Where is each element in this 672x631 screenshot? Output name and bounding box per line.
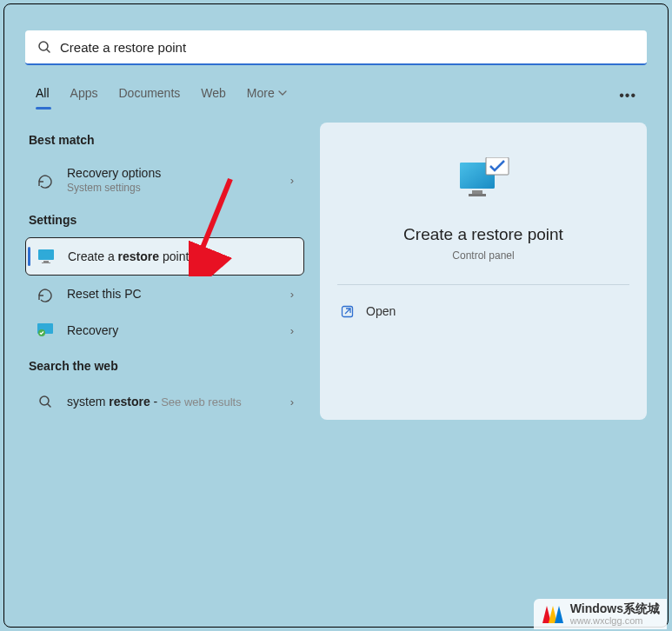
svg-rect-3 [43, 261, 49, 262]
svg-rect-4 [42, 262, 50, 263]
tab-web[interactable]: Web [201, 86, 226, 107]
result-title: system restore - See web results [67, 395, 290, 408]
search-window: All Apps Documents Web More ••• Best mat… [3, 3, 669, 628]
panel-subtitle: Control panel [452, 249, 514, 262]
result-recovery-options[interactable]: Recovery options System settings › [25, 157, 304, 203]
result-title: Create a restore point [68, 249, 293, 263]
open-icon [341, 305, 354, 318]
svg-rect-12 [469, 194, 486, 196]
watermark-url: www.wxclgg.com [570, 615, 660, 626]
result-title: Recovery options [67, 166, 290, 180]
chevron-right-icon: › [290, 174, 294, 187]
search-icon [37, 40, 51, 54]
monitor-icon [37, 247, 56, 266]
section-best-match: Best match [29, 133, 304, 147]
search-bar[interactable] [25, 30, 647, 65]
svg-rect-11 [472, 190, 482, 194]
result-text: Recovery options System settings [67, 166, 290, 194]
chevron-right-icon: › [290, 324, 294, 337]
more-options-button[interactable]: ••• [619, 88, 636, 103]
watermark-logo-icon [541, 602, 565, 625]
details-panel: Create a restore point Control panel Ope… [320, 123, 647, 420]
result-text: Create a restore point [68, 249, 293, 263]
result-text: Recovery [67, 323, 290, 337]
filter-tabs: All Apps Documents Web More ••• [25, 86, 647, 123]
results-column: Best match Recovery options System setti… [25, 123, 304, 420]
text-suffix: point [159, 249, 189, 263]
open-label: Open [366, 304, 396, 318]
watermark: Windows系统城 www.wxclgg.com [534, 599, 667, 629]
open-action[interactable]: Open [337, 299, 629, 323]
text-prefix: system [67, 395, 109, 408]
result-subtitle: System settings [67, 182, 290, 194]
tab-apps[interactable]: Apps [70, 86, 98, 107]
search-input[interactable] [60, 40, 635, 55]
recovery-icon [36, 321, 55, 340]
content-area: Best match Recovery options System setti… [25, 123, 647, 420]
text-suffix: - [150, 395, 161, 408]
watermark-text: Windows系统城 www.wxclgg.com [570, 602, 660, 626]
chevron-right-icon: › [290, 395, 294, 408]
text-bold: restore [109, 395, 150, 408]
web-hint: See web results [161, 395, 242, 408]
result-reset-this-pc[interactable]: Reset this PC › [25, 276, 304, 312]
text-bold: restore [118, 249, 159, 263]
svg-line-1 [47, 50, 50, 52]
tab-documents[interactable]: Documents [118, 86, 180, 107]
chevron-down-icon [278, 90, 287, 96]
result-web-system-restore[interactable]: system restore - See web results › [25, 383, 304, 420]
tab-all[interactable]: All [36, 86, 50, 107]
divider [337, 284, 629, 285]
tab-more[interactable]: More [247, 86, 287, 107]
result-create-restore-point[interactable]: Create a restore point [25, 237, 304, 276]
text-prefix: Create a [68, 249, 118, 263]
svg-rect-2 [38, 249, 54, 260]
chevron-right-icon: › [290, 288, 294, 301]
svg-rect-13 [486, 157, 509, 175]
section-settings: Settings [29, 213, 304, 227]
panel-title: Create a restore point [403, 225, 563, 244]
svg-line-8 [48, 404, 50, 407]
watermark-title: Windows系统城 [570, 602, 660, 615]
result-recovery[interactable]: Recovery › [25, 312, 304, 349]
result-title: Recovery [67, 323, 290, 337]
reset-icon [36, 284, 55, 303]
result-text: system restore - See web results [67, 395, 290, 408]
result-title: Reset this PC [67, 287, 290, 301]
tab-more-label: More [247, 86, 275, 100]
result-text: Reset this PC [67, 287, 290, 301]
panel-monitor-icon [456, 157, 510, 206]
recovery-options-icon [36, 170, 55, 189]
search-icon [36, 392, 55, 411]
section-search-web: Search the web [29, 359, 304, 373]
